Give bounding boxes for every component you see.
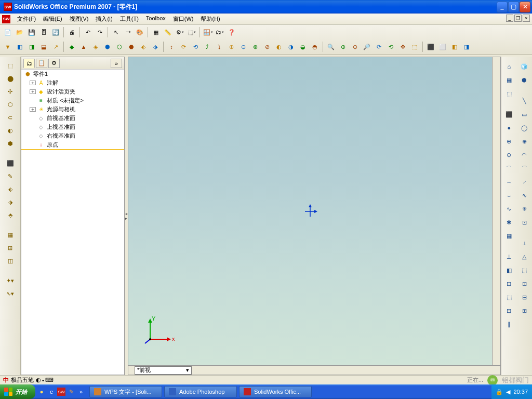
saveall-icon[interactable]: 🗄 — [38, 26, 49, 38]
graphics-area[interactable]: x Y — [128, 57, 492, 365]
menu-item[interactable]: 文件(F) — [14, 14, 39, 24]
feature-tool-icon[interactable]: ◒ — [297, 41, 309, 52]
right-tool-icon[interactable]: ⬚ — [503, 291, 515, 303]
left-tool-icon[interactable]: ⬛ — [5, 157, 16, 169]
measure-icon[interactable]: 📏 — [162, 26, 174, 38]
help-icon[interactable]: ❓ — [226, 26, 237, 38]
property-manager-tab[interactable]: 📋 — [36, 59, 47, 68]
menu-item[interactable]: 插入(I) — [92, 14, 116, 24]
right-tool-icon[interactable]: ⊕ — [503, 136, 515, 147]
right-tool-icon[interactable]: ⊕ — [518, 136, 530, 147]
print-icon[interactable]: 🖨 — [66, 26, 77, 38]
expand-icon[interactable]: + — [30, 89, 36, 94]
color-icon[interactable]: 🎨 — [134, 26, 145, 38]
feature-tool-icon[interactable]: ◈ — [90, 41, 101, 52]
tree-item[interactable]: ◇右视基准面 — [21, 131, 124, 140]
quick-launch-icon[interactable]: SW — [57, 388, 65, 396]
right-tool-icon[interactable]: ⬛ — [503, 109, 515, 120]
right-tool-icon[interactable]: ⌣ — [503, 190, 515, 201]
feature-tool-icon[interactable]: ⟲ — [385, 41, 396, 52]
expand-icon[interactable]: + — [30, 81, 36, 85]
right-tool-icon[interactable]: ∥ — [503, 318, 515, 330]
right-tool-icon[interactable]: ⌂ — [503, 61, 515, 72]
right-tool-icon[interactable]: ● — [503, 122, 515, 134]
right-tool-icon[interactable]: ⌢ — [503, 176, 515, 188]
minimize-button[interactable]: _ — [497, 2, 508, 12]
ime-mode-icon[interactable]: ◐ — [36, 377, 41, 383]
panel-expand-button[interactable]: » — [111, 59, 122, 68]
tree-item[interactable]: +☀光源与相机 — [21, 105, 124, 114]
feature-tool-icon[interactable]: ◑ — [285, 41, 297, 52]
right-tool-icon[interactable]: ✱ — [503, 217, 515, 228]
menu-item[interactable]: 窗口(W) — [169, 14, 197, 24]
select-filter-icon[interactable]: ⭢ — [122, 26, 134, 38]
feature-tool-icon[interactable]: ◓ — [309, 41, 321, 52]
feature-tool-icon[interactable]: ▼ — [2, 41, 14, 52]
feature-tool-icon[interactable]: ⬗ — [150, 41, 161, 52]
feature-tool-icon[interactable]: ◐ — [273, 41, 285, 52]
right-tool-icon[interactable]: ⌒ — [518, 163, 530, 174]
mdi-close-button[interactable]: × — [523, 15, 530, 22]
redo-icon[interactable]: ↷ — [94, 26, 105, 38]
feature-tool-icon[interactable]: ⬚ — [409, 41, 420, 52]
right-tool-icon[interactable]: ⟋ — [518, 176, 530, 188]
left-tool-icon[interactable]: ⬡ — [5, 99, 16, 110]
taskbar-task[interactable]: WPS 文字 - [Soli... — [89, 386, 162, 397]
feature-tool-icon[interactable]: ▲ — [78, 41, 89, 52]
ime-keyboard-icon[interactable]: ⌨ — [45, 377, 54, 383]
right-tool-icon[interactable]: ▦ — [503, 230, 515, 242]
feature-tool-icon[interactable]: ◆ — [66, 41, 77, 52]
feature-tool-icon[interactable]: ⬛ — [425, 41, 436, 52]
cascade-icon[interactable]: 🗂 — [214, 26, 225, 38]
tree-item[interactable]: ↓原点 — [21, 140, 124, 149]
feature-tool-icon[interactable]: ⊖ — [237, 41, 249, 52]
feature-tool-icon[interactable]: 🔍 — [325, 41, 337, 52]
tree-item[interactable]: ≡材质 <未指定> — [21, 96, 124, 105]
right-tool-icon[interactable]: ⊡ — [503, 278, 515, 289]
rebuild-icon[interactable]: 🔄 — [50, 26, 61, 38]
box-icon[interactable]: ⬚ — [186, 26, 197, 38]
feature-tool-icon[interactable]: ⊕ — [225, 41, 237, 52]
feature-tool-icon[interactable]: ◨ — [26, 41, 37, 52]
ime-punct-icon[interactable]: • — [42, 377, 44, 383]
left-tool-icon[interactable]: ⬖ — [5, 183, 16, 195]
grid-icon[interactable]: ▦ — [150, 26, 162, 38]
tray-icon[interactable]: 🔒 — [496, 389, 503, 395]
ime-indicator-icon[interactable]: 中 — [3, 376, 9, 384]
feature-tool-icon[interactable]: ⬜ — [437, 41, 448, 52]
left-tool-icon[interactable]: ⬢ — [5, 138, 16, 149]
viewport-scrollbar[interactable] — [492, 57, 500, 365]
left-tool-icon[interactable]: ⬘ — [5, 209, 16, 221]
mdi-restore-button[interactable]: ❐ — [514, 15, 522, 22]
right-tool-icon[interactable]: ⊙ — [503, 149, 515, 161]
feature-tool-icon[interactable]: ◧ — [14, 41, 25, 52]
options-icon[interactable]: ⚙ — [174, 26, 185, 38]
feature-tool-icon[interactable]: ⊕ — [337, 41, 349, 52]
window-icon[interactable]: 🪟 — [202, 26, 214, 38]
left-tool-icon[interactable]: ✦▾ — [5, 275, 16, 286]
feature-tool-icon[interactable]: ⊘ — [261, 41, 273, 52]
view-selector[interactable]: *前视 ▾ — [135, 366, 192, 375]
feature-tool-icon[interactable]: ↗ — [50, 41, 61, 52]
config-manager-tab[interactable]: ⚙ — [48, 59, 60, 68]
tree-item[interactable]: +A注解 — [21, 78, 124, 87]
left-tool-icon[interactable]: ◐ — [5, 125, 16, 136]
left-tool-icon[interactable]: ⬗ — [5, 196, 16, 208]
taskbar-task[interactable]: Adobe Photoshop — [164, 386, 237, 397]
left-tool-icon[interactable]: ⬚ — [5, 60, 16, 71]
right-tool-icon[interactable]: ◠ — [518, 149, 530, 161]
right-tool-icon[interactable]: ◯ — [518, 122, 530, 134]
right-tool-icon[interactable]: △ — [518, 251, 530, 262]
right-tool-icon[interactable]: ⬚ — [503, 88, 515, 99]
feature-tool-icon[interactable]: ✥ — [397, 41, 408, 52]
close-button[interactable]: ✕ — [520, 2, 530, 12]
feature-tool-icon[interactable]: ⟲ — [190, 41, 201, 52]
menu-item[interactable]: 工具(T) — [116, 14, 142, 24]
feature-tree[interactable]: ⬢零件1+A注解+◆设计活页夹≡材质 <未指定>+☀光源与相机◇前视基准面◇上视… — [21, 70, 124, 375]
select-icon[interactable]: ↖ — [110, 26, 122, 38]
right-tool-icon[interactable]: ⬢ — [518, 74, 530, 86]
feature-tool-icon[interactable]: ⤴ — [202, 41, 213, 52]
tree-item[interactable]: ◇前视基准面 — [21, 114, 124, 123]
feature-tool-icon[interactable]: ⬡ — [114, 41, 125, 52]
tray-icon[interactable]: ◀ — [506, 389, 510, 395]
